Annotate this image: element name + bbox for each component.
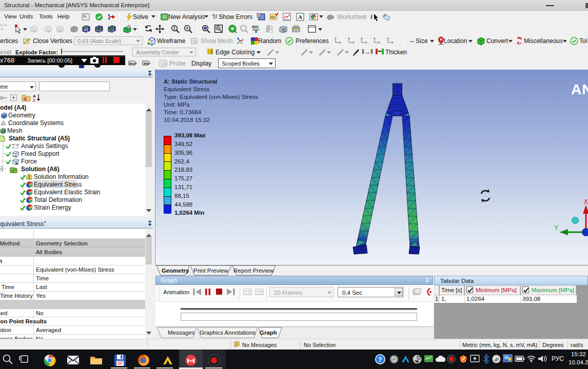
svg-text:?: ? [378,356,382,363]
svg-text:0: 0 [236,342,238,346]
svg-text:Ab: Ab [270,15,276,19]
svg-text:MAX: MAX [129,62,136,65]
svg-text:Report Preview: Report Preview [233,268,274,274]
svg-text:Y: Y [554,224,558,232]
svg-text:A: A [298,14,302,20]
svg-text:Messages: Messages [168,330,195,336]
svg-text:X: X [584,198,588,206]
svg-text:Graphics Annotations: Graphics Annotations [200,330,256,336]
svg-text:Z: Z [33,98,35,102]
svg-text:ISO: ISO [252,25,259,29]
svg-text:Geometry: Geometry [162,268,189,274]
svg-text:Graph: Graph [260,330,277,336]
svg-text:Print Preview: Print Preview [193,268,228,274]
svg-text:MIN: MIN [144,62,149,65]
svg-text:123: 123 [161,62,167,66]
